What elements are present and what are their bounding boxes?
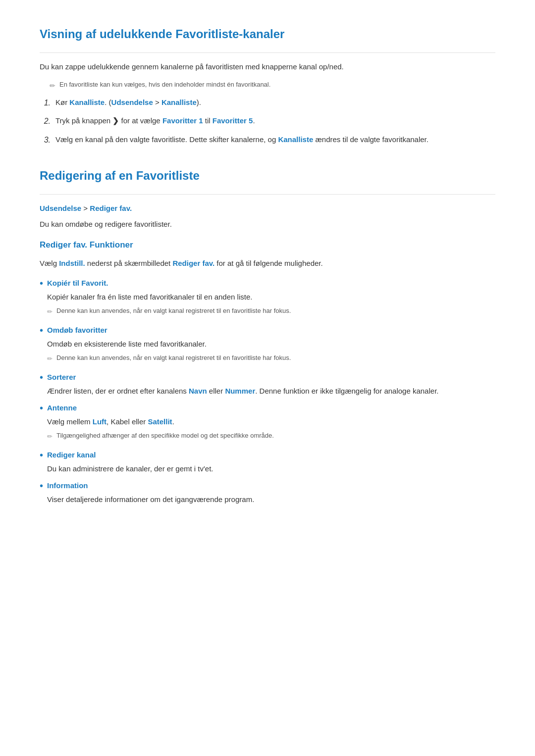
bullet-title-4: Antenne: [47, 402, 495, 414]
step-3: 3. Vælg en kanal på den valgte favoritli…: [40, 134, 495, 147]
bullet-dot-2: •: [40, 324, 43, 336]
bullet-dot-4: •: [40, 402, 43, 414]
favoritter1-link[interactable]: Favoritter 1: [162, 116, 203, 125]
bullet-content-4: Antenne Vælg mellem Luft, Kabel eller Sa…: [47, 402, 495, 447]
bullet-title-3: Sorterer: [47, 371, 495, 383]
note-text-1: Denne kan kun anvendes, når en valgt kan…: [56, 306, 291, 316]
bullet-desc-4: Vælg mellem Luft, Kabel eller Satellit.: [47, 416, 495, 428]
bullet-desc-3: Ændrer listen, der er ordnet efter kanal…: [47, 385, 495, 397]
step-2: 2. Tryk på knappen ❯ for at vælge Favori…: [40, 115, 495, 128]
udsendelse-link2[interactable]: Udsendelse: [40, 204, 81, 212]
step3-text: Vælg en kanal på den valgte favoritliste…: [55, 134, 428, 146]
bullet-desc-1: Kopiér kanaler fra én liste med favoritk…: [47, 291, 495, 303]
subsection-intro: Vælg Indstill. nederst på skærmbilledet …: [40, 257, 495, 269]
note-text-4: Tilgængelighed afhænger af den specifikk…: [56, 431, 274, 441]
section2-desc: Du kan omdøbe og redigere favoritlister.: [40, 218, 495, 230]
section-visning: Visning af udelukkende Favoritliste-kana…: [40, 25, 495, 147]
section1-intro: Du kan zappe udelukkende gennem kanalern…: [40, 61, 495, 73]
note-block-1: ✏ Denne kan kun anvendes, når en valgt k…: [47, 306, 495, 317]
step2-text: Tryk på knappen ❯ for at vælge Favoritte…: [55, 115, 255, 127]
satellit-link[interactable]: Satellit: [148, 417, 172, 426]
luft-link[interactable]: Luft: [93, 417, 107, 426]
section2-title: Redigering af en Favoritliste: [40, 166, 495, 187]
rediger-fav-link2[interactable]: Rediger fav.: [172, 259, 214, 267]
bullet-content-1: Kopiér til Favorit. Kopiér kanaler fra é…: [47, 277, 495, 322]
kanalliste-link2[interactable]: Kanalliste: [161, 98, 197, 106]
indstill-link[interactable]: Indstill.: [59, 259, 85, 267]
bullet-dot-3: •: [40, 371, 43, 383]
bullet-desc-5: Du kan administrere de kanaler, der er g…: [47, 463, 495, 475]
bullet-title-6: Information: [47, 480, 495, 492]
bullet-dot-6: •: [40, 480, 43, 492]
pencil-icon-note1: ✏: [50, 80, 55, 91]
divider2: [40, 194, 495, 195]
list-item-sorterer: • Sorterer Ændrer listen, der er ordnet …: [40, 371, 495, 400]
list-item-rediger-kanal: • Rediger kanal Du kan administrere de k…: [40, 449, 495, 478]
bullet-content-5: Rediger kanal Du kan administrere de kan…: [47, 449, 495, 478]
step2-number: 2.: [40, 115, 51, 128]
pencil-icon-4: ✏: [47, 432, 53, 442]
bullet-content-3: Sorterer Ændrer listen, der er ordnet ef…: [47, 371, 495, 400]
list-item-kopier: • Kopiér til Favorit. Kopiér kanaler fra…: [40, 277, 495, 322]
step1-text: Kør Kanalliste. (Udsendelse > Kanalliste…: [55, 97, 201, 108]
udsendelse-link1[interactable]: Udsendelse: [111, 98, 153, 106]
section1-title: Visning af udelukkende Favoritliste-kana…: [40, 25, 495, 46]
note-block-2: ✏ Denne kan kun anvendes, når en valgt k…: [47, 353, 495, 364]
features-list: • Kopiér til Favorit. Kopiér kanaler fra…: [40, 277, 495, 508]
breadcrumb: Udsendelse > Rediger fav.: [40, 202, 495, 214]
favoritter5-link[interactable]: Favoritter 5: [213, 116, 253, 125]
bullet-title-1: Kopiér til Favorit.: [47, 277, 495, 289]
bullet-title-2: Omdøb favoritter: [47, 324, 495, 336]
rediger-fav-link1[interactable]: Rediger fav.: [90, 204, 132, 212]
chevron-icon: ❯: [112, 115, 119, 127]
bullet-dot-5: •: [40, 449, 43, 461]
bullet-desc-6: Viser detaljerede informationer om det i…: [47, 494, 495, 505]
section1-note-text: En favoritliste kan kun vælges, hvis den…: [59, 80, 270, 90]
section1-note: ✏ En favoritliste kan kun vælges, hvis d…: [50, 80, 495, 91]
kanalliste-link1[interactable]: Kanalliste: [69, 98, 105, 106]
kanalliste-link3[interactable]: Kanalliste: [278, 135, 313, 144]
subsection-title: Rediger fav. Funktioner: [40, 238, 495, 252]
nummer-link[interactable]: Nummer: [225, 387, 255, 395]
pencil-icon-2: ✏: [47, 354, 53, 364]
bullet-dot-1: •: [40, 277, 43, 289]
step3-number: 3.: [40, 134, 51, 147]
divider1: [40, 52, 495, 53]
bullet-content-6: Information Viser detaljerede informatio…: [47, 480, 495, 508]
step-1: 1. Kør Kanalliste. (Udsendelse > Kanalli…: [40, 97, 495, 109]
navn-link[interactable]: Navn: [189, 387, 207, 395]
list-item-information: • Information Viser detaljerede informat…: [40, 480, 495, 508]
list-item-omdobfav: • Omdøb favoritter Omdøb en eksisterende…: [40, 324, 495, 369]
pencil-icon-1: ✏: [47, 307, 53, 317]
bullet-content-2: Omdøb favoritter Omdøb en eksisterende l…: [47, 324, 495, 369]
note-block-4: ✏ Tilgængelighed afhænger af den specifi…: [47, 431, 495, 442]
bullet-desc-2: Omdøb en eksisterende liste med favoritk…: [47, 338, 495, 350]
section1-steps: 1. Kør Kanalliste. (Udsendelse > Kanalli…: [40, 97, 495, 147]
step1-number: 1.: [40, 97, 51, 109]
list-item-antenne: • Antenne Vælg mellem Luft, Kabel eller …: [40, 402, 495, 447]
note-text-2: Denne kan kun anvendes, når en valgt kan…: [56, 353, 291, 363]
section-redigering: Redigering af en Favoritliste Udsendelse…: [40, 166, 495, 508]
bullet-title-5: Rediger kanal: [47, 449, 495, 461]
